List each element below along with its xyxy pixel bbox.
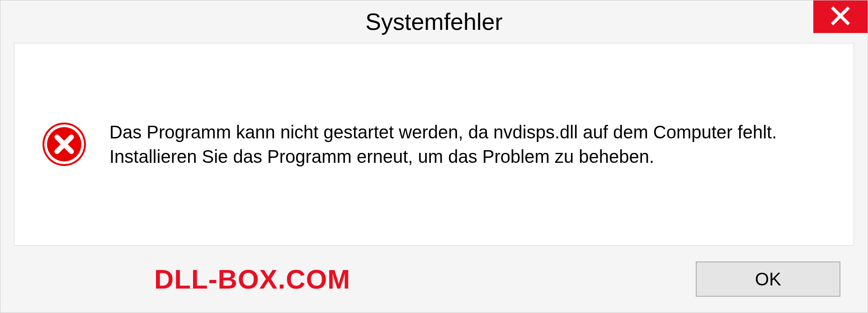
close-icon (830, 6, 850, 28)
dialog-footer: DLL-BOX.COM OK (0, 246, 868, 313)
watermark-text: DLL-BOX.COM (154, 264, 350, 295)
error-dialog: Systemfehler Das Programm kann nicht ges… (0, 0, 868, 313)
error-message: Das Programm kann nicht gestartet werden… (109, 120, 826, 169)
ok-button[interactable]: OK (696, 261, 840, 297)
close-button[interactable] (813, 0, 868, 33)
error-icon (42, 122, 87, 167)
titlebar: Systemfehler (0, 0, 868, 43)
dialog-title: Systemfehler (365, 8, 502, 35)
content-panel: Das Programm kann nicht gestartet werden… (14, 43, 854, 246)
